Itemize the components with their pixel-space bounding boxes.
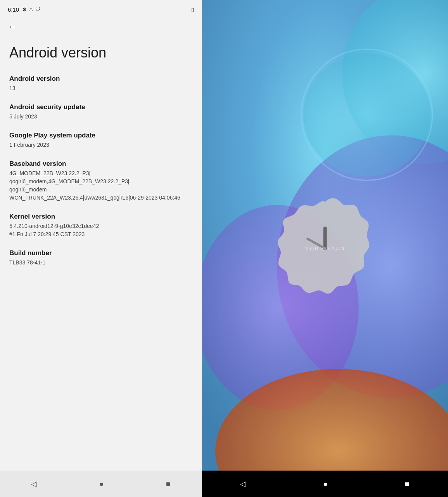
back-button[interactable]: ← xyxy=(8,22,16,32)
baseband-section: Baseband version 4G_MODEM_22B_W23.22.2_P… xyxy=(9,160,192,202)
play-system-update-section: Google Play system update 1 February 202… xyxy=(9,132,192,149)
page-title: Android version xyxy=(9,44,192,61)
right-panel: MOBIGYAAN ◁ ● ■ xyxy=(202,0,448,497)
svg-point-6 xyxy=(303,53,430,176)
status-time: 6:10 xyxy=(8,6,19,13)
kernel-label: Kernel version xyxy=(9,213,192,221)
right-nav-home-button[interactable]: ● xyxy=(323,480,328,488)
kernel-value: 5.4.210-android12-9-g10e32c1dee42 #1 Fri… xyxy=(9,222,192,238)
right-nav-recent-button[interactable]: ■ xyxy=(405,480,410,488)
watermark: MOBIGYAAN xyxy=(304,246,345,252)
android-version-label: Android version xyxy=(9,75,192,83)
battery-icon: ▯ xyxy=(191,7,194,12)
play-system-update-value: 1 February 2023 xyxy=(9,141,192,149)
baseband-label: Baseband version xyxy=(9,160,192,168)
left-nav-bar: ◁ ● ■ xyxy=(0,471,202,497)
android-version-section: Android version 13 xyxy=(9,75,192,92)
security-update-value: 5 July 2023 xyxy=(9,113,192,121)
main-content: Android version Android version 13 Andro… xyxy=(0,36,202,471)
build-number-section: Build number TLB33.78-41-1 xyxy=(9,249,192,267)
security-update-label: Android security update xyxy=(9,103,192,111)
back-button-row: ← xyxy=(0,17,202,36)
battery-symbol: ▯ xyxy=(191,7,194,12)
status-left: 6:10 ⚙ ⚠ 🛡 xyxy=(8,6,40,13)
left-panel: 6:10 ⚙ ⚠ 🛡 ▯ ← Android version Android v… xyxy=(0,0,202,497)
security-update-section: Android security update 5 July 2023 xyxy=(9,103,192,121)
warning-icon: ⚠ xyxy=(29,7,33,12)
android-version-value: 13 xyxy=(9,84,192,92)
build-number-value: TLB33.78-41-1 xyxy=(9,259,192,267)
play-system-update-label: Google Play system update xyxy=(9,132,192,139)
settings-icon: ⚙ xyxy=(22,7,27,12)
kernel-section: Kernel version 5.4.210-android12-9-g10e3… xyxy=(9,213,192,238)
nav-back-button[interactable]: ◁ xyxy=(31,479,37,488)
build-number-label: Build number xyxy=(9,249,192,257)
status-icons: ⚙ ⚠ 🛡 xyxy=(22,7,40,12)
right-nav-back-button[interactable]: ◁ xyxy=(240,479,246,488)
nav-home-button[interactable]: ● xyxy=(99,480,104,488)
right-nav-bar: ◁ ● ■ xyxy=(202,471,448,497)
shield-icon: 🛡 xyxy=(35,7,40,12)
nav-recent-button[interactable]: ■ xyxy=(166,480,171,488)
status-bar: 6:10 ⚙ ⚠ 🛡 ▯ xyxy=(0,0,202,17)
baseband-value: 4G_MODEM_22B_W23.22.2_P3| qogirl6_modem,… xyxy=(9,169,192,202)
